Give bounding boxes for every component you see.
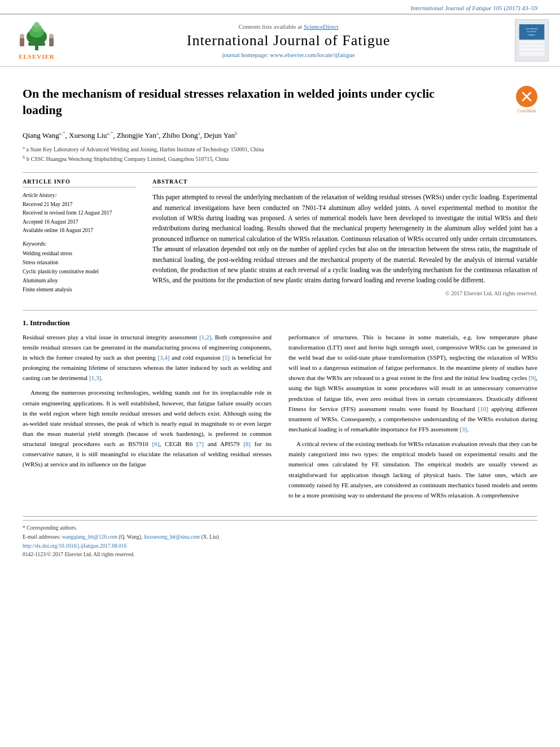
intro-left-col: Residual stresses play a vital issue in … <box>23 332 272 505</box>
email1-name: (Q. Wang), <box>119 534 142 540</box>
journal-header: ELSEVIER Contents lists available at Sci… <box>0 14 560 67</box>
article-title: On the mechanism of residual stresses re… <box>23 86 463 118</box>
elsevier-logo: ELSEVIER <box>11 21 62 60</box>
ref-6[interactable]: [6] <box>152 440 160 447</box>
article-info-column: ARTICLE INFO Article history: Received 2… <box>23 178 135 296</box>
svg-point-7 <box>20 34 24 38</box>
intro-para-1: Residual stresses play a vital issue in … <box>23 332 272 383</box>
abstract-column: ABSTRACT This paper attempted to reveal … <box>152 178 537 296</box>
keywords-label: Keywords: <box>23 241 135 247</box>
author-zhongjie-yan: Zhongjie Yan <box>117 132 156 140</box>
keyword-4: Aluminum alloy <box>23 276 135 285</box>
abstract-heading: ABSTRACT <box>152 178 537 187</box>
svg-text:International: International <box>526 28 537 30</box>
svg-rect-6 <box>20 38 24 46</box>
keyword-2: Stress relaxation <box>23 258 135 267</box>
email-label: E-mail addresses: <box>23 534 60 540</box>
keyword-5: Finite element analysis <box>23 285 135 294</box>
article-info-heading: ARTICLE INFO <box>23 178 135 187</box>
history-online: Available online 18 August 2017 <box>23 226 135 235</box>
cover-thumbnail-icon: International Journal of Fatigue <box>518 21 546 60</box>
intro-left-text: Residual stresses play a vital issue in … <box>23 332 272 470</box>
author-zhibo-dong: Zhibo Dong <box>162 132 198 140</box>
ref-7[interactable]: [7] <box>196 440 204 447</box>
ref-3[interactable]: [3] <box>460 426 467 433</box>
footer-divider <box>23 520 537 521</box>
ref-5[interactable]: [5] <box>222 354 230 361</box>
ref-1-2[interactable]: [1,2] <box>199 334 211 340</box>
contents-line: Contents lists available at ScienceDirec… <box>73 23 504 30</box>
journal-center: Contents lists available at ScienceDirec… <box>73 23 504 58</box>
author-xuesong-liu: Xuesong Liu <box>69 132 107 140</box>
email-line: E-mail addresses: wangqiang_hit@126.com … <box>23 533 537 541</box>
svg-point-9 <box>49 34 54 38</box>
corresponding-note: * Corresponding authors. <box>23 524 537 532</box>
section-heading-intro: 1. Introduction <box>23 318 537 327</box>
affiliation-a: a a State Key Laboratory of Advanced Wel… <box>23 144 537 154</box>
page-wrapper: International Journal of Fatigue 105 (20… <box>0 0 560 569</box>
journal-title-header: International Journal of Fatigue <box>73 32 504 49</box>
elsevier-tree-icon <box>17 21 56 52</box>
article-info-abstract-row: ARTICLE INFO Article history: Received 2… <box>23 178 537 296</box>
ref-1-3[interactable]: [1,3] <box>89 374 101 381</box>
email1-link[interactable]: wangqiang_hit@126.com <box>62 534 117 540</box>
journal-homepage: journal homepage: www.elsevier.com/locat… <box>73 51 504 58</box>
crossmark-circle-icon <box>516 86 537 107</box>
introduction-body: Residual stresses play a vital issue in … <box>23 332 537 505</box>
article-history: Article history: Received 21 May 2017 Re… <box>23 192 135 235</box>
author-qiang-wang: Qiang Wang <box>23 132 59 140</box>
introduction-section: 1. Introduction Residual stresses play a… <box>23 310 537 505</box>
homepage-url[interactable]: www.elsevier.com/locate/ijfatigue <box>270 51 355 58</box>
journal-cover-image: International Journal of Fatigue <box>515 19 549 62</box>
abstract-text: This paper attempted to reveal the under… <box>152 192 537 286</box>
affiliation-b: b b CSSC Huangpu Wenchong Shipbuilding C… <box>23 154 537 163</box>
keyword-3: Cyclic plasticity constitutive model <box>23 267 135 276</box>
crossmark-icon <box>520 90 533 103</box>
svg-rect-8 <box>49 38 54 46</box>
svg-text:Journal of: Journal of <box>527 30 537 33</box>
ref-3-4[interactable]: [3,4] <box>158 354 169 361</box>
copyright-line: © 2017 Elsevier Ltd. All rights reserved… <box>152 290 537 296</box>
journal-reference: International Journal of Fatigue 105 (20… <box>0 0 560 14</box>
crossmark-badge: CrossMark <box>516 86 537 113</box>
issn-line: 0142-1123/© 2017 Elsevier Ltd. All right… <box>23 552 537 557</box>
authors-line: Qiang Wanga,*, Xuesong Liua,*, Zhongjie … <box>23 130 537 140</box>
intro-para-4: A critical review of the existing method… <box>288 439 537 500</box>
ref-8[interactable]: [8] <box>243 440 251 447</box>
email2-name: (X. Liu). <box>201 534 220 540</box>
intro-right-text: performance of structures. This is becau… <box>288 332 537 500</box>
section-title: Introduction <box>30 318 70 327</box>
intro-right-col: performance of structures. This is becau… <box>288 332 537 505</box>
email2-link[interactable]: liuxuesong_hit@sina.com <box>144 534 200 540</box>
main-content: On the mechanism of residual stresses re… <box>0 67 560 569</box>
keywords-section: Keywords: Welding residual stress Stress… <box>23 241 135 295</box>
ref-9[interactable]: [9] <box>528 374 536 381</box>
intro-para-3: performance of structures. This is becau… <box>288 332 537 434</box>
history-revised: Received in revised form 12 August 2017 <box>23 209 135 217</box>
affiliations: a a State Key Laboratory of Advanced Wel… <box>23 144 537 164</box>
history-label: Article history: <box>23 192 135 198</box>
svg-text:Fatigue: Fatigue <box>528 33 535 36</box>
svg-rect-15 <box>519 41 545 56</box>
sciencedirect-link[interactable]: ScienceDirect <box>304 23 339 30</box>
ref-10[interactable]: [10] <box>478 405 488 412</box>
intro-para-2: Among the numerous processing technologi… <box>23 387 272 469</box>
history-accepted: Accepted 16 August 2017 <box>23 218 135 226</box>
author-dejun-yan: Dejun Yan <box>204 132 235 140</box>
article-footer: * Corresponding authors. E-mail addresse… <box>23 516 537 557</box>
doi-line: http://dx.doi.org/10.1016/j.ijfatigue.20… <box>23 542 537 550</box>
history-received: Received 21 May 2017 <box>23 200 135 209</box>
journal-ref-text: International Journal of Fatigue 105 (20… <box>410 5 537 11</box>
doi-link[interactable]: http://dx.doi.org/10.1016/j.ijfatigue.20… <box>23 543 126 549</box>
contents-text: Contents lists available at <box>238 23 302 30</box>
homepage-label: journal homepage: <box>222 51 268 58</box>
crossmark-label: CrossMark <box>516 108 537 113</box>
section-divider-1 <box>23 172 537 173</box>
svg-point-5 <box>34 22 40 28</box>
section-number: 1. <box>23 318 28 327</box>
keyword-1: Welding residual stress <box>23 249 135 258</box>
elsevier-text: ELSEVIER <box>19 53 55 60</box>
